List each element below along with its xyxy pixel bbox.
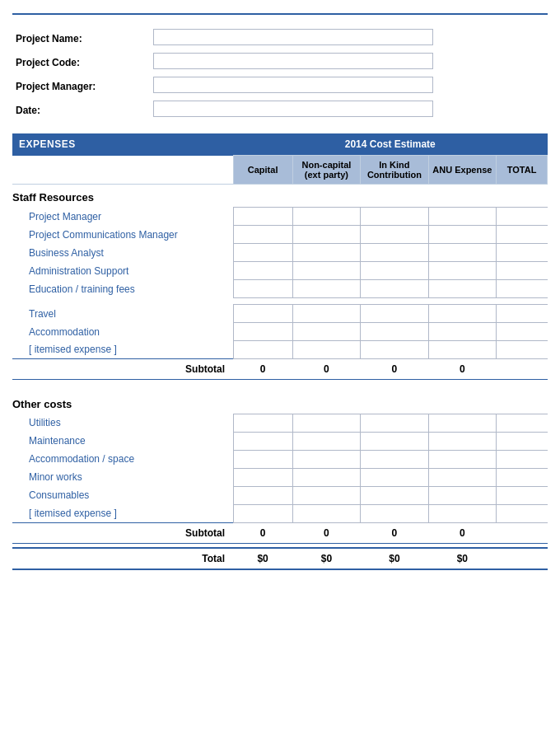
noncapital-cell[interactable]	[292, 432, 360, 450]
anu-cell[interactable]	[428, 432, 496, 450]
anu-cell[interactable]	[428, 450, 496, 468]
field-label-3: Date:	[12, 98, 150, 122]
noncapital-cell[interactable]	[292, 414, 360, 432]
anu-cell[interactable]	[428, 244, 496, 262]
table-row: Accommodation / space	[12, 450, 548, 468]
total-cell[interactable]	[497, 244, 548, 262]
other-subtotal-noncap: 0	[292, 522, 360, 543]
other-subtotal-anu: 0	[428, 522, 496, 543]
capital-cell[interactable]	[233, 468, 292, 486]
total-cell[interactable]	[497, 341, 548, 359]
row-label: Utilities	[12, 414, 233, 432]
noncapital-cell[interactable]	[292, 226, 360, 244]
staff-subtotal-label: Subtotal	[12, 359, 233, 380]
capital-cell[interactable]	[233, 280, 292, 298]
noncapital-cell[interactable]	[292, 305, 360, 323]
other-subtotal-label: Subtotal	[12, 522, 233, 543]
inkind-cell[interactable]	[361, 341, 428, 359]
inkind-cell[interactable]	[361, 450, 428, 468]
capital-cell[interactable]	[233, 450, 292, 468]
capital-cell[interactable]	[233, 414, 292, 432]
anu-cell[interactable]	[428, 280, 496, 298]
inkind-cell[interactable]	[361, 486, 428, 504]
capital-cell[interactable]	[233, 341, 292, 359]
total-cell[interactable]	[497, 414, 548, 432]
col-header-2: In KindContribution	[361, 156, 428, 185]
inkind-cell[interactable]	[361, 262, 428, 280]
anu-cell[interactable]	[428, 504, 496, 522]
field-input-3[interactable]	[150, 98, 548, 122]
noncapital-cell[interactable]	[292, 262, 360, 280]
table-row: [ itemised expense ]	[12, 504, 548, 522]
capital-cell[interactable]	[233, 504, 292, 522]
staff-title-label: Staff Resources	[12, 185, 548, 208]
project-info-row: Date:	[12, 98, 548, 122]
inkind-cell[interactable]	[361, 432, 428, 450]
inkind-cell[interactable]	[361, 226, 428, 244]
row-label: Maintenance	[12, 432, 233, 450]
noncapital-cell[interactable]	[292, 504, 360, 522]
col-header-3: ANU Expense	[428, 156, 496, 185]
anu-cell[interactable]	[428, 468, 496, 486]
anu-cell[interactable]	[428, 226, 496, 244]
capital-cell[interactable]	[233, 262, 292, 280]
page-title	[12, 8, 548, 15]
inkind-cell[interactable]	[361, 414, 428, 432]
table-row: Project Communications Manager	[12, 226, 548, 244]
capital-cell[interactable]	[233, 208, 292, 226]
row-label: Project Communications Manager	[12, 226, 233, 244]
capital-cell[interactable]	[233, 486, 292, 504]
total-cell[interactable]	[497, 226, 548, 244]
field-input-0[interactable]	[150, 26, 548, 50]
total-cell[interactable]	[497, 468, 548, 486]
anu-cell[interactable]	[428, 208, 496, 226]
anu-cell[interactable]	[428, 341, 496, 359]
inkind-cell[interactable]	[361, 504, 428, 522]
staff-subtotal-capital: 0	[233, 359, 292, 380]
total-cell[interactable]	[497, 504, 548, 522]
total-cell[interactable]	[497, 450, 548, 468]
total-cell[interactable]	[497, 486, 548, 504]
total-cell[interactable]	[497, 262, 548, 280]
inkind-cell[interactable]	[361, 244, 428, 262]
capital-cell[interactable]	[233, 323, 292, 341]
total-cell[interactable]	[497, 208, 548, 226]
noncapital-cell[interactable]	[292, 280, 360, 298]
anu-cell[interactable]	[428, 323, 496, 341]
noncapital-cell[interactable]	[292, 468, 360, 486]
expenses-label: EXPENSES	[12, 133, 233, 156]
noncapital-cell[interactable]	[292, 244, 360, 262]
anu-cell[interactable]	[428, 414, 496, 432]
noncapital-cell[interactable]	[292, 450, 360, 468]
other-title-label: Other costs	[12, 391, 548, 414]
total-cell[interactable]	[497, 432, 548, 450]
anu-cell[interactable]	[428, 262, 496, 280]
total-cell[interactable]	[497, 323, 548, 341]
total-cell[interactable]	[497, 305, 548, 323]
inkind-cell[interactable]	[361, 305, 428, 323]
staff-subtotal-anu: 0	[428, 359, 496, 380]
capital-cell[interactable]	[233, 226, 292, 244]
row-label: Accommodation	[12, 323, 233, 341]
capital-cell[interactable]	[233, 432, 292, 450]
noncapital-cell[interactable]	[292, 486, 360, 504]
inkind-cell[interactable]	[361, 468, 428, 486]
field-input-1[interactable]	[150, 50, 548, 74]
noncapital-cell[interactable]	[292, 323, 360, 341]
table-row: [ itemised expense ]	[12, 341, 548, 359]
field-label-2: Project Manager:	[12, 74, 150, 98]
project-info-table: Project Name: Project Code: Project Mana…	[12, 26, 548, 122]
total-cell[interactable]	[497, 280, 548, 298]
capital-cell[interactable]	[233, 305, 292, 323]
noncapital-cell[interactable]	[292, 208, 360, 226]
anu-cell[interactable]	[428, 486, 496, 504]
row-label: Minor works	[12, 468, 233, 486]
inkind-cell[interactable]	[361, 323, 428, 341]
noncapital-cell[interactable]	[292, 341, 360, 359]
inkind-cell[interactable]	[361, 208, 428, 226]
anu-cell[interactable]	[428, 305, 496, 323]
capital-cell[interactable]	[233, 244, 292, 262]
total-inkind: $0	[361, 548, 428, 569]
inkind-cell[interactable]	[361, 280, 428, 298]
field-input-2[interactable]	[150, 74, 548, 98]
